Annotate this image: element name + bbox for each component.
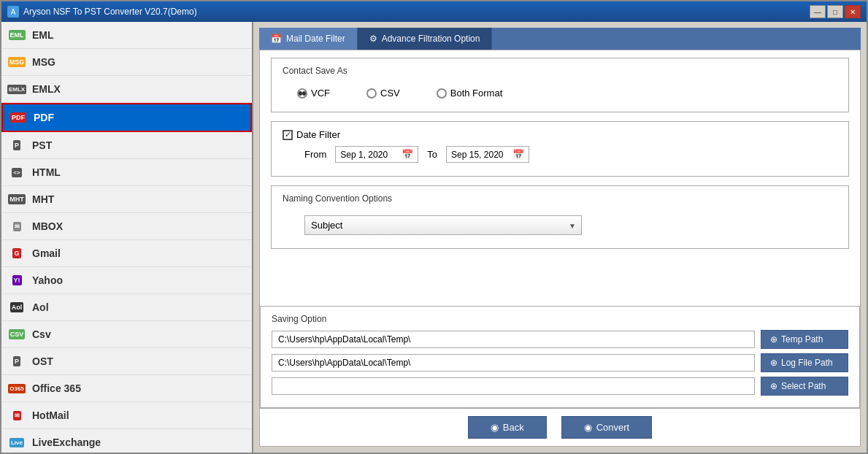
sidebar-label-liveexchange: LiveExchange [32, 436, 101, 448]
sidebar-icon-eml: EML [9, 27, 25, 43]
sidebar-item-hotmail[interactable]: ✉HotMail [1, 402, 252, 429]
sidebar-icon-msg: MSG [9, 54, 25, 70]
main-content: EMLEMLMSGMSGEMLXEMLXPDFPDFPPST<>HTMLMHTM… [1, 22, 867, 453]
to-calendar-icon[interactable]: 📅 [512, 149, 524, 160]
back-button[interactable]: ◉ Back [468, 416, 547, 439]
convert-icon: ◉ [584, 422, 592, 433]
temp-path-icon: ⊕ [770, 334, 777, 345]
back-icon: ◉ [491, 422, 499, 433]
date-filter-section: Date Filter From 📅 To 📅 [271, 121, 849, 177]
sidebar-label-emlx: EMLX [32, 83, 61, 95]
sidebar-item-liveexchange[interactable]: LiveLiveExchange [1, 429, 252, 453]
title-bar-buttons: — □ ✕ [810, 5, 861, 18]
sidebar-label-mbox: MBOX [32, 220, 63, 232]
sidebar-item-pst[interactable]: PPST [1, 132, 252, 159]
sidebar-item-eml[interactable]: EMLEML [1, 22, 252, 49]
radio-both-circle [437, 88, 447, 99]
sidebar-item-csv[interactable]: CSVCsv [1, 321, 252, 348]
naming-convention-select[interactable]: Subject Date From To [304, 215, 582, 235]
sidebar-label-aol: Aol [32, 301, 49, 313]
log-file-path-row: ⊕ Log File Path [272, 353, 848, 372]
tab-advance-filtration[interactable]: ⚙ Advance Filtration Option [358, 28, 493, 50]
sidebar-icon-liveexchange: Live [9, 434, 25, 450]
sidebar-icon-gmail: G [9, 245, 25, 261]
sidebar-label-msg: MSG [32, 56, 55, 68]
sidebar-item-aol[interactable]: AolAol [1, 294, 252, 321]
sidebar-label-html: HTML [32, 166, 61, 178]
from-label: From [304, 149, 326, 160]
sidebar-label-pst: PST [32, 139, 52, 151]
date-filter-checkbox[interactable] [283, 130, 293, 140]
select-path-row: ⊕ Select Path [272, 377, 848, 396]
sidebar-item-pdf[interactable]: PDFPDF [1, 103, 252, 132]
radio-vcf[interactable]: VCF [297, 88, 330, 99]
sidebar-label-office365: Office 365 [32, 382, 81, 394]
main-window: A Aryson NSF To PST Converter V20.7(Demo… [0, 0, 868, 454]
log-file-path-input[interactable] [272, 354, 755, 372]
to-date-field[interactable] [451, 150, 510, 160]
log-file-path-button[interactable]: ⊕ Log File Path [761, 353, 848, 372]
radio-csv[interactable]: CSV [366, 88, 400, 99]
filter-icon: ⚙ [369, 34, 377, 44]
convert-button[interactable]: ◉ Convert [561, 416, 653, 439]
date-filter-checkbox-row[interactable]: Date Filter [283, 129, 837, 140]
sidebar-icon-yahoo: Y! [9, 272, 25, 288]
from-date-field[interactable] [340, 150, 399, 160]
radio-both-format[interactable]: Both Format [437, 88, 503, 99]
sidebar-item-gmail[interactable]: GGmail [1, 240, 252, 267]
sidebar-item-mbox[interactable]: ✉MBOX [1, 213, 252, 240]
radio-csv-circle [366, 88, 377, 99]
select-path-btn-label: Select Path [781, 381, 826, 391]
window-title: Aryson NSF To PST Converter V20.7(Demo) [23, 7, 197, 17]
sidebar-label-csv: Csv [32, 328, 51, 340]
tab-advance-filtration-label: Advance Filtration Option [382, 34, 480, 44]
tab-mail-date-filter[interactable]: 📅 Mail Date Filter [259, 28, 358, 50]
sidebar-icon-emlx: EMLX [9, 81, 25, 97]
bottom-bar: ◉ Back ◉ Convert [260, 408, 860, 446]
contact-save-as-label: Contact Save As [283, 66, 837, 76]
saving-option-label: Saving Option [272, 314, 848, 324]
date-filter-label: Date Filter [296, 129, 340, 140]
contact-save-as-radio-group: VCF CSV Both Format [283, 82, 837, 104]
naming-convention-label: Naming Convention Options [283, 193, 837, 204]
sidebar-icon-mbox: ✉ [9, 218, 25, 234]
radio-both-label: Both Format [450, 88, 503, 99]
temp-path-input[interactable] [272, 331, 755, 348]
select-path-button[interactable]: ⊕ Select Path [761, 377, 848, 396]
log-file-btn-label: Log File Path [781, 358, 833, 368]
close-button[interactable]: ✕ [845, 5, 861, 18]
sidebar-item-ost[interactable]: POST [1, 348, 252, 375]
temp-path-row: ⊕ Temp Path [272, 330, 848, 349]
maximize-button[interactable]: □ [827, 5, 843, 18]
tab-mail-date-filter-label: Mail Date Filter [286, 34, 345, 44]
sidebar-item-msg[interactable]: MSGMSG [1, 49, 252, 76]
to-date-input[interactable]: 📅 [446, 146, 529, 163]
sidebar-label-eml: EML [32, 29, 54, 41]
radio-vcf-label: VCF [311, 88, 330, 99]
sidebar-item-yahoo[interactable]: Y!Yahoo [1, 267, 252, 294]
contact-save-as-section: Contact Save As VCF CSV [271, 58, 849, 112]
sidebar-icon-hotmail: ✉ [9, 407, 25, 423]
sidebar-item-emlx[interactable]: EMLXEMLX [1, 76, 252, 103]
sidebar-label-yahoo: Yahoo [32, 274, 63, 286]
sidebar-label-mht: MHT [32, 193, 54, 205]
panel-content: Contact Save As VCF CSV [259, 50, 861, 447]
to-label: To [427, 149, 437, 160]
sidebar-item-office365[interactable]: O365Office 365 [1, 375, 252, 402]
from-date-input[interactable]: 📅 [335, 146, 418, 163]
temp-path-button[interactable]: ⊕ Temp Path [761, 330, 848, 349]
back-btn-label: Back [503, 422, 524, 433]
select-path-icon: ⊕ [770, 381, 777, 391]
sidebar-item-html[interactable]: <>HTML [1, 159, 252, 186]
naming-convention-section: Naming Convention Options Subject Date F… [271, 185, 849, 249]
title-bar-left: A Aryson NSF To PST Converter V20.7(Demo… [7, 6, 197, 18]
minimize-button[interactable]: — [810, 5, 826, 18]
log-file-icon: ⊕ [770, 358, 777, 368]
from-calendar-icon[interactable]: 📅 [402, 149, 413, 160]
select-path-input[interactable] [272, 377, 755, 395]
sidebar-item-mht[interactable]: MHTMHT [1, 186, 252, 213]
sidebar-label-ost: OST [32, 355, 53, 367]
right-panel: 📅 Mail Date Filter ⚙ Advance Filtration … [253, 22, 867, 453]
title-bar: A Aryson NSF To PST Converter V20.7(Demo… [1, 1, 867, 22]
calendar-icon: 📅 [271, 34, 282, 44]
